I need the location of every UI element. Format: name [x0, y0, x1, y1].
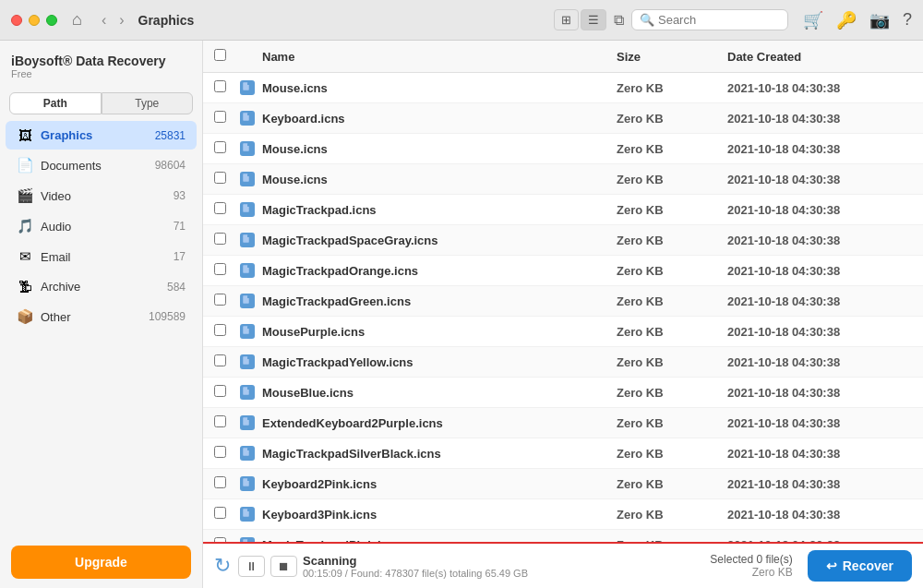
row-checkbox-12[interactable]: [214, 446, 226, 458]
row-checkbox-5[interactable]: [214, 233, 226, 245]
upgrade-button[interactable]: Upgrade: [11, 546, 191, 579]
file-icon-11: [240, 415, 255, 430]
home-button[interactable]: ⌂: [72, 10, 82, 30]
table-row[interactable]: Mouse.icns Zero KB 2021-10-18 04:30:38: [203, 73, 923, 103]
svg-rect-17: [247, 326, 250, 329]
row-checkbox-11[interactable]: [214, 415, 226, 427]
table-row[interactable]: Mouse.icns Zero KB 2021-10-18 04:30:38: [203, 164, 923, 195]
sidebar-item-count-audio: 71: [174, 220, 186, 233]
pause-button[interactable]: ⏸: [238, 556, 265, 577]
file-icon-10: [240, 385, 255, 400]
row-checkbox-7[interactable]: [214, 294, 226, 306]
forward-button[interactable]: ›: [114, 10, 128, 30]
file-icon-6: [240, 263, 255, 278]
breadcrumb-title: Graphics: [138, 13, 195, 28]
table-row[interactable]: Keyboard.icns Zero KB 2021-10-18 04:30:3…: [203, 103, 923, 134]
row-name-10: MouseBlue.icns: [262, 386, 617, 400]
row-date-4: 2021-10-18 04:30:38: [727, 203, 912, 217]
audio-icon: 🎵: [17, 218, 33, 234]
row-checkbox-4[interactable]: [214, 202, 226, 214]
cart-icon[interactable]: 🛒: [803, 10, 823, 30]
table-row[interactable]: MagicTrackpadSpaceGray.icns Zero KB 2021…: [203, 225, 923, 256]
maximize-button[interactable]: [46, 15, 57, 26]
table-row[interactable]: ExtendedKeyboard2Purple.icns Zero KB 202…: [203, 408, 923, 438]
row-checkbox-6[interactable]: [214, 263, 226, 275]
table-row[interactable]: MagicTrackpadGreen.icns Zero KB 2021-10-…: [203, 286, 923, 317]
back-button[interactable]: ‹: [97, 10, 111, 30]
sidebar-item-archive[interactable]: 🗜 Archive 584: [6, 272, 197, 301]
close-button[interactable]: [11, 15, 22, 26]
select-all-checkbox[interactable]: [214, 49, 226, 61]
minimize-button[interactable]: [29, 15, 40, 26]
row-checkbox-8[interactable]: [214, 324, 226, 336]
row-checkbox-14[interactable]: [214, 507, 226, 519]
tab-type[interactable]: Type: [102, 92, 194, 114]
file-icon-0: [240, 80, 255, 95]
view-toggle: ⊞ ☰: [554, 9, 606, 30]
scanning-info: Scanning 00:15:09 / Found: 478307 file(s…: [303, 554, 710, 579]
scanning-details: 00:15:09 / Found: 478307 file(s) totalin…: [303, 568, 710, 579]
file-icon-7: [240, 294, 255, 308]
sidebar-item-graphics[interactable]: 🖼 Graphics 25831: [6, 121, 197, 150]
nav-arrows: ‹ ›: [97, 10, 129, 30]
row-size-7: Zero KB: [617, 294, 727, 308]
row-size-0: Zero KB: [617, 81, 727, 95]
row-checkbox-1[interactable]: [214, 111, 226, 123]
file-icon-12: [240, 446, 255, 461]
help-icon[interactable]: ?: [903, 10, 912, 30]
table-row[interactable]: Keyboard2Pink.icns Zero KB 2021-10-18 04…: [203, 469, 923, 499]
row-checkbox-9[interactable]: [214, 354, 226, 366]
sidebar-item-other[interactable]: 📦 Other 109589: [6, 302, 197, 331]
recover-button[interactable]: ↩ Recover: [808, 550, 912, 582]
sidebar-item-audio[interactable]: 🎵 Audio 71: [6, 211, 197, 241]
search-input[interactable]: [658, 13, 780, 27]
sidebar-item-documents[interactable]: 📄 Documents 98604: [6, 150, 197, 180]
row-name-12: MagicTrackpadSilverBlack.icns: [262, 447, 617, 461]
table-row[interactable]: MagicTrackpadOrange.icns Zero KB 2021-10…: [203, 256, 923, 286]
key-icon[interactable]: 🔑: [836, 10, 857, 30]
svg-rect-1: [247, 82, 250, 85]
row-date-14: 2021-10-18 04:30:38: [727, 508, 912, 522]
row-checkbox-2[interactable]: [214, 141, 226, 153]
row-checkbox-0[interactable]: [214, 80, 226, 92]
column-name: Name: [262, 50, 617, 64]
table-row[interactable]: MousePurple.icns Zero KB 2021-10-18 04:3…: [203, 317, 923, 347]
recover-icon: ↩: [826, 558, 837, 573]
row-size-5: Zero KB: [617, 234, 727, 247]
row-size-8: Zero KB: [617, 325, 727, 339]
row-checkbox-3[interactable]: [214, 172, 226, 184]
table-row[interactable]: Keyboard3Pink.icns Zero KB 2021-10-18 04…: [203, 499, 923, 530]
row-date-13: 2021-10-18 04:30:38: [727, 477, 912, 491]
svg-rect-19: [247, 356, 250, 359]
row-checkbox-10[interactable]: [214, 385, 226, 397]
sidebar-item-count-documents: 98604: [155, 159, 186, 172]
sidebar-item-count-archive: 584: [167, 281, 186, 294]
file-table: Name Size Date Created Mouse.icns Zero K…: [203, 41, 923, 542]
sidebar-item-video[interactable]: 🎬 Video 93: [6, 181, 197, 210]
table-row[interactable]: MagicTrackpadSilverBlack.icns Zero KB 20…: [203, 438, 923, 469]
row-checkbox-13[interactable]: [214, 476, 226, 488]
app-subtitle: Free: [11, 68, 191, 79]
camera-icon[interactable]: 📷: [869, 10, 890, 30]
stop-button[interactable]: ⏹: [270, 556, 297, 577]
file-icon-13: [240, 476, 255, 491]
table-row[interactable]: Mouse.icns Zero KB 2021-10-18 04:30:38: [203, 134, 923, 164]
grid-view-button[interactable]: ⊞: [554, 9, 579, 30]
list-view-button[interactable]: ☰: [581, 9, 606, 30]
filter-button[interactable]: ⧉: [614, 12, 624, 29]
table-row[interactable]: MouseBlue.icns Zero KB 2021-10-18 04:30:…: [203, 378, 923, 408]
sidebar-item-count-email: 17: [174, 250, 186, 263]
svg-rect-15: [247, 295, 250, 298]
file-icon-9: [240, 354, 255, 369]
other-icon: 📦: [17, 308, 33, 325]
archive-icon: 🗜: [17, 279, 33, 294]
table-row[interactable]: MagicTrackpad.icns Zero KB 2021-10-18 04…: [203, 195, 923, 225]
column-size: Size: [617, 50, 727, 64]
table-row[interactable]: MagicTrackpadPink.icns Zero KB 2021-10-1…: [203, 530, 923, 542]
svg-rect-7: [247, 174, 250, 176]
file-icon-4: [240, 202, 255, 217]
table-row[interactable]: MagicTrackpadYellow.icns Zero KB 2021-10…: [203, 347, 923, 378]
tab-path[interactable]: Path: [9, 92, 102, 114]
row-date-0: 2021-10-18 04:30:38: [727, 81, 912, 95]
sidebar-item-email[interactable]: ✉ Email 17: [6, 242, 197, 271]
